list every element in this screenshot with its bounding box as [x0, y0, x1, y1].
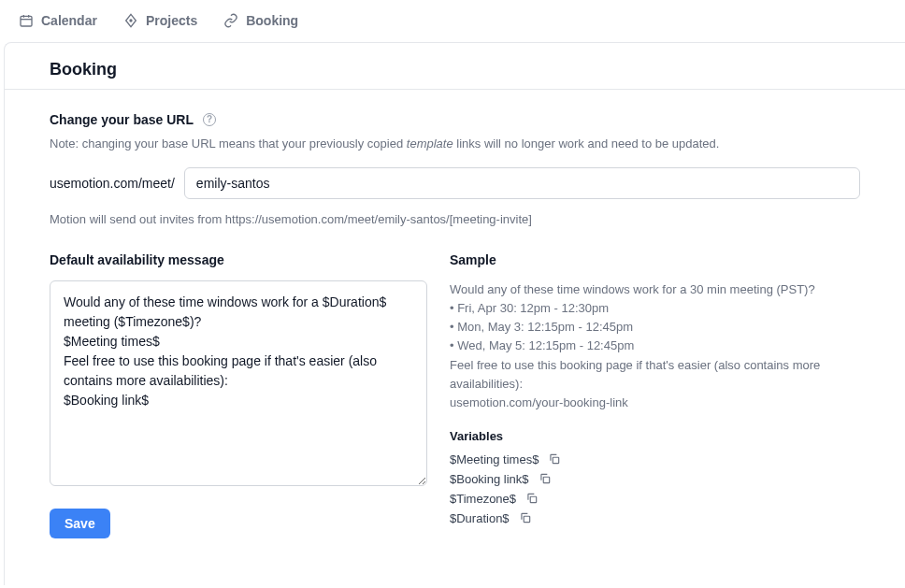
sample-line: • Fri, Apr 30: 12pm - 12:30pm [450, 299, 860, 318]
variable-label: $Timezone$ [450, 492, 516, 506]
copy-icon[interactable] [548, 452, 561, 466]
nav-booking-label: Booking [246, 13, 298, 28]
note-prefix: Note: changing your base URL means that … [50, 136, 407, 151]
link-icon [223, 13, 238, 28]
svg-rect-5 [553, 458, 559, 464]
variable-row: $Booking link$ [450, 472, 860, 486]
variable-label: $Booking link$ [450, 472, 529, 486]
variable-row: $Timezone$ [450, 492, 860, 506]
copy-icon[interactable] [519, 511, 532, 524]
note-italic: template [407, 136, 453, 151]
save-button[interactable]: Save [50, 509, 110, 538]
copy-icon[interactable] [525, 492, 539, 505]
variable-row: $Duration$ [450, 511, 860, 525]
sample-line: usemotion.com/your-booking-link [450, 394, 860, 412]
variable-row: $Meeting times$ [450, 452, 860, 466]
help-icon[interactable]: ? [203, 113, 216, 126]
variable-label: $Meeting times$ [450, 452, 539, 466]
columns: Default availability message Save Sample… [50, 252, 860, 538]
main-content: Change your base URL ? Note: changing yo… [5, 90, 905, 561]
col-right: Sample Would any of these time windows w… [450, 252, 860, 531]
page-header: Booking [5, 43, 905, 90]
url-prefix: usemotion.com/meet/ [50, 176, 175, 191]
nav-calendar-label: Calendar [41, 13, 97, 28]
page-title: Booking [50, 60, 860, 79]
sample-title: Sample [450, 252, 860, 267]
availability-message-title: Default availability message [50, 252, 427, 267]
note-suffix: links will no longer work and need to be… [453, 136, 720, 151]
svg-rect-7 [530, 497, 536, 503]
copy-icon[interactable] [539, 472, 552, 485]
base-url-header: Change your base URL ? [50, 112, 860, 127]
calendar-icon [19, 13, 34, 28]
sample-line: • Mon, May 3: 12:15pm - 12:45pm [450, 318, 860, 337]
sample-text: Would any of these time windows work for… [450, 280, 860, 412]
availability-message-textarea[interactable] [50, 280, 427, 486]
content-container: Booking Change your base URL ? Note: cha… [4, 42, 905, 585]
variables-title: Variables [450, 429, 860, 443]
base-url-title: Change your base URL [50, 112, 194, 127]
sample-line: • Wed, May 5: 12:15pm - 12:45pm [450, 337, 860, 355]
svg-rect-8 [524, 517, 529, 523]
nav-booking[interactable]: Booking [223, 13, 298, 28]
col-left: Default availability message Save [50, 252, 427, 538]
svg-rect-0 [21, 16, 32, 26]
nav-projects-label: Projects [146, 13, 197, 28]
sample-line: Would any of these time windows work for… [450, 280, 860, 299]
svg-point-4 [129, 19, 132, 22]
variable-label: $Duration$ [450, 511, 510, 525]
svg-rect-6 [543, 478, 549, 483]
sample-line: Feel free to use this booking page if th… [450, 356, 860, 394]
base-url-input[interactable] [184, 167, 860, 199]
nav-calendar[interactable]: Calendar [19, 13, 97, 28]
nav-projects[interactable]: Projects [123, 13, 197, 28]
projects-icon [123, 13, 138, 28]
url-row: usemotion.com/meet/ [50, 167, 860, 199]
top-nav: Calendar Projects Booking [0, 0, 905, 42]
base-url-note: Note: changing your base URL means that … [50, 136, 860, 151]
invite-note: Motion will send out invites from https:… [50, 212, 860, 226]
